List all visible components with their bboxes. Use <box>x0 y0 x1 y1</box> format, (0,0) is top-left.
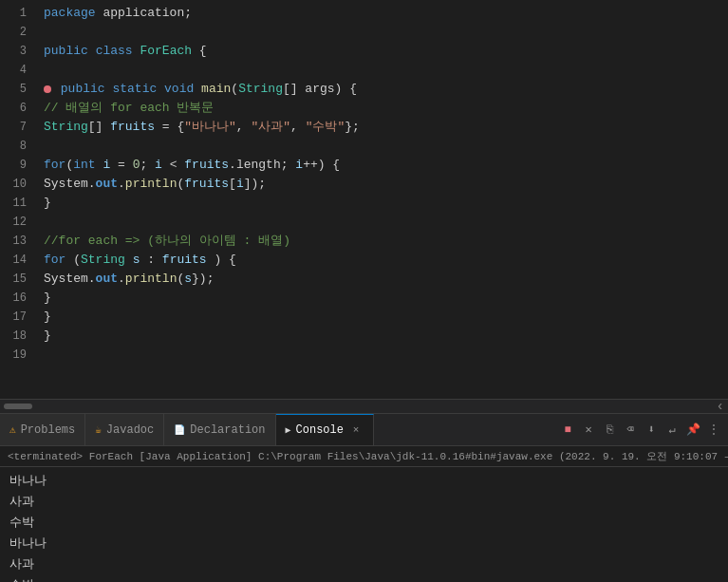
console-output-line: 사과 <box>9 554 719 575</box>
console-output-line: 사과 <box>9 492 719 513</box>
tab-declaration-label: Declaration <box>190 423 265 437</box>
close-console-icon[interactable]: ✕ <box>580 422 597 439</box>
line-number: 7 <box>0 118 27 137</box>
code-line: public class ForEach { <box>44 42 728 61</box>
line-number: 8 <box>0 137 27 156</box>
code-content[interactable]: package application; public class ForEac… <box>36 0 728 399</box>
console-output-line: 바나나 <box>9 534 719 554</box>
word-wrap-icon[interactable]: ↵ <box>663 422 681 439</box>
console-close-button[interactable]: × <box>348 422 364 438</box>
breakpoint-dot[interactable] <box>44 85 51 93</box>
line-number: 1 <box>0 4 27 23</box>
tab-problems-label: Problems <box>21 423 76 437</box>
code-line: for (String s : fruits ) { <box>44 251 728 270</box>
tab-javadoc[interactable]: ☕ Javadoc <box>85 414 164 445</box>
line-number: 19 <box>0 346 27 365</box>
line-number: 18 <box>0 327 27 346</box>
code-line: } <box>44 327 728 346</box>
line-number: 17 <box>0 308 27 327</box>
tab-actions: ■ ✕ ⎘ ⌫ ⬇ ↵ 📌 ⋮ <box>553 414 728 445</box>
line-number: 13 <box>0 232 27 251</box>
tab-console[interactable]: ▶ Console × <box>276 414 374 445</box>
code-line <box>44 213 728 232</box>
console-output-line: 수박 <box>9 575 719 582</box>
code-line: } <box>44 194 728 213</box>
scroll-thumb[interactable] <box>4 404 32 409</box>
line-number: 5 <box>0 80 27 99</box>
code-line: package application; <box>44 4 728 23</box>
tab-problems[interactable]: ⚠ Problems <box>0 414 85 445</box>
code-line: //for each => (하나의 아이템 : 배열) <box>44 232 728 251</box>
clear-console-icon[interactable]: ⌫ <box>622 422 639 439</box>
javadoc-icon: ☕ <box>95 423 102 436</box>
tab-console-label: Console <box>296 423 344 437</box>
tab-declaration[interactable]: 📄 Declaration <box>164 414 275 445</box>
console-output-line: 수박 <box>9 513 719 534</box>
console-output: 바나나사과수박바나나사과수박 <box>0 467 728 582</box>
code-line: // 배열의 for each 반복문 <box>44 99 728 118</box>
line-number: 6 <box>0 99 27 118</box>
code-line: System.out.println(fruits[i]); <box>44 175 728 194</box>
line-number: 11 <box>0 194 27 213</box>
code-line: } <box>44 289 728 308</box>
editor-area: 12345678910111213141516171819 package ap… <box>0 0 728 399</box>
line-number: 9 <box>0 156 27 175</box>
line-number: 16 <box>0 289 27 308</box>
code-line: for(int i = 0; i < fruits.length; i++) { <box>44 156 728 175</box>
stop-icon[interactable]: ■ <box>559 422 576 439</box>
tab-javadoc-label: Javadoc <box>106 423 154 437</box>
scroll-lock-icon[interactable]: ⬇ <box>643 422 660 439</box>
line-number: 10 <box>0 175 27 194</box>
line-numbers: 12345678910111213141516171819 <box>0 0 36 399</box>
warning-icon: ⚠ <box>9 423 16 436</box>
pin-icon[interactable]: 📌 <box>684 422 701 439</box>
copy-icon[interactable]: ⎘ <box>601 422 618 439</box>
menu-icon[interactable]: ⋮ <box>705 422 722 439</box>
line-number: 3 <box>0 42 27 61</box>
line-number: 15 <box>0 270 27 289</box>
scroll-arrow: ‹ <box>717 399 724 414</box>
code-line <box>44 137 728 156</box>
console-status-text: <terminated> ForEach [Java Application] … <box>8 449 728 463</box>
code-line <box>44 61 728 80</box>
line-number: 14 <box>0 251 27 270</box>
code-line <box>44 23 728 42</box>
line-number: 4 <box>0 61 27 80</box>
bottom-panel: <terminated> ForEach [Java Application] … <box>0 446 728 582</box>
code-line: System.out.println(s}); <box>44 270 728 289</box>
line-number: 12 <box>0 213 27 232</box>
code-line <box>44 346 728 365</box>
line-number: 2 <box>0 23 27 42</box>
console-icon: ▶ <box>286 424 291 436</box>
console-output-line: 바나나 <box>9 471 719 492</box>
code-line: String[] fruits = {"바나나", "사과", "수박"}; <box>44 118 728 137</box>
declaration-icon: 📄 <box>174 424 185 436</box>
tab-bar: ⚠ Problems ☕ Javadoc 📄 Declaration ▶ Con… <box>0 413 728 446</box>
console-status: <terminated> ForEach [Java Application] … <box>0 446 728 467</box>
code-line: public static void main(String[] args) { <box>44 80 728 99</box>
code-line: } <box>44 308 728 327</box>
scroll-bar-bottom[interactable]: ‹ <box>0 399 728 413</box>
